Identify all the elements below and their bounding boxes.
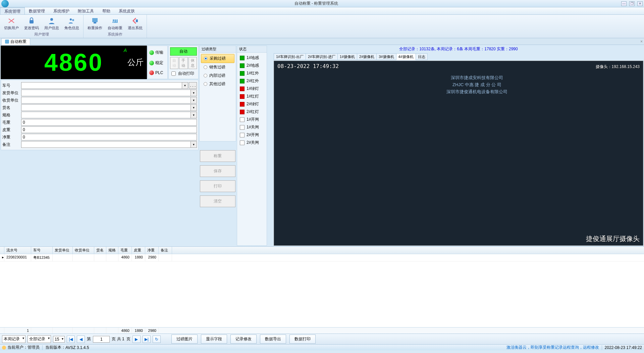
tb-数据打印[interactable]: 数据打印 (289, 335, 316, 344)
tb-过磅图片[interactable]: 过磅图片 (171, 335, 198, 344)
dropdown-sender[interactable]: ▼ (191, 90, 197, 96)
maximize-button[interactable]: ❐ (629, 1, 635, 6)
minimize-button[interactable]: — (621, 1, 627, 6)
radio-内部过磅[interactable]: 内部过磅 (201, 71, 234, 80)
dropdown-goods[interactable]: ▼ (191, 104, 197, 111)
svg-text:AUTO: AUTO (111, 18, 119, 23)
dropdown-car[interactable]: ▼ (182, 82, 188, 89)
refresh-button[interactable]: ↻ (153, 336, 161, 343)
input-gross[interactable]: 0 (21, 119, 197, 126)
ribbon: 切换用户更改密码用户信息角色信息 用户管理 称重操作AUTO自动称重退出系统 系… (0, 15, 644, 38)
col-车号[interactable]: 车号 (31, 247, 53, 254)
svg-rect-0 (30, 20, 34, 23)
prev-page-button[interactable]: ◀ (77, 336, 85, 343)
input-car[interactable] (21, 82, 182, 89)
dropdown-remark[interactable]: ▼ (191, 141, 197, 148)
user-icon (2, 346, 6, 350)
mode-btn-自动[interactable]: 自动 (170, 57, 178, 69)
cam-tab-6[interactable]: 日志 (416, 53, 428, 60)
cam-tab-3[interactable]: 2#摄像机 (357, 53, 377, 60)
menu-2[interactable]: 系统维护 (49, 7, 74, 14)
col-货名[interactable]: 货名 (94, 247, 106, 254)
tab-close-button[interactable]: × (639, 39, 644, 44)
tab-icon (5, 40, 9, 44)
ribbon-更改密码[interactable]: 更改密码 (21, 15, 42, 32)
menu-4[interactable]: 帮助 (98, 7, 115, 14)
action-保存[interactable]: 保存 (200, 165, 235, 177)
action-称重[interactable]: 称重 (200, 150, 235, 162)
led-PLC (149, 70, 154, 75)
weight-indicator: A (124, 48, 127, 53)
col-皮重[interactable]: 皮重 (132, 247, 145, 254)
mode-auto-indicator: 自动 (170, 47, 197, 56)
autoprint-checkbox[interactable]: 自动打印 (170, 70, 197, 77)
led-panel: 传输稳定PLC (148, 46, 168, 79)
input-goods[interactable] (21, 104, 191, 111)
lookup-car[interactable]: . . . (189, 82, 197, 89)
tb-记录修改[interactable]: 记录修改 (230, 335, 257, 344)
next-page-button[interactable]: ▶ (132, 336, 141, 343)
radio-其他过磅[interactable]: 其他过磅 (201, 80, 234, 88)
period-select[interactable]: 本周记录 (2, 335, 25, 343)
radio-采购过磅[interactable]: 采购过磅 (201, 54, 234, 63)
ribbon-退出系统[interactable]: 退出系统 (125, 15, 145, 32)
first-page-button[interactable]: |◀ (67, 336, 75, 343)
input-tare[interactable]: 0 (21, 126, 197, 133)
input-net[interactable]: 0 (21, 134, 197, 140)
cam-tab-4[interactable]: 3#摄像机 (376, 53, 396, 60)
col-收货单位[interactable]: 收货单位 (73, 247, 94, 254)
action-清空[interactable]: 清空 (200, 195, 235, 207)
ribbon-角色信息[interactable]: 角色信息 (62, 15, 82, 32)
status-message: 激活衡器云，即刻享受称重记录远程查询，远程修改 (506, 345, 599, 350)
mode-btn-休息[interactable]: 休息 (189, 57, 197, 69)
records-grid: 流水号车号发货单位收货单位货名规格毛重皮重净重备注 ▸2208230001粤B1… (0, 246, 644, 334)
col-发货单位[interactable]: 发货单位 (53, 247, 73, 254)
menu-1[interactable]: 数据管理 (25, 7, 49, 14)
dropdown-spec[interactable]: ▼ (191, 112, 197, 118)
col-规格[interactable]: 规格 (106, 247, 118, 254)
weight-display: A 4860 公斤 (1, 46, 147, 79)
close-button[interactable]: ✕ (637, 1, 643, 6)
status-1#地感 (240, 56, 245, 60)
cam-tab-2[interactable]: 1#摄像机 (337, 53, 357, 60)
tb-数据导出[interactable]: 数据导出 (260, 335, 286, 344)
ribbon-用户信息[interactable]: 用户信息 (42, 15, 62, 32)
ribbon-称重操作[interactable]: 称重操作 (85, 15, 105, 32)
scope-select[interactable]: 全部记录 (28, 335, 51, 343)
col-净重[interactable]: 净重 (145, 247, 159, 254)
col-毛重[interactable]: 毛重 (118, 247, 132, 254)
pagesize-select[interactable]: 15 (53, 336, 65, 343)
tab-auto-weigh[interactable]: 自动称重 (1, 38, 30, 45)
input-receiver[interactable] (21, 97, 191, 104)
input-remark[interactable] (21, 141, 191, 148)
status-datetime: 2022-08-23 17:49:22 (605, 345, 642, 350)
col-备注[interactable]: 备注 (159, 247, 172, 254)
menu-0[interactable]: 系统管理 (0, 7, 25, 14)
input-spec[interactable] (21, 112, 191, 118)
weigh-type-panel: 过磅类型 采购过磅销售过磅内部过磅其他过磅 (199, 46, 236, 141)
svg-rect-4 (92, 18, 98, 22)
menu-5[interactable]: 系统皮肤 (115, 7, 139, 14)
radio-销售过磅[interactable]: 销售过磅 (201, 63, 234, 71)
last-page-button[interactable]: ▶| (143, 336, 151, 343)
status-panel: 状态 1#地感2#地感1#红外2#红外1#绿灯1#红灯2#绿灯2#红灯1#开闸1… (237, 46, 267, 246)
status-1#绿灯 (240, 86, 245, 91)
tb-显示字段[interactable]: 显示字段 (201, 335, 227, 344)
ribbon-切换用户[interactable]: 切换用户 (1, 15, 21, 32)
action-打印[interactable]: 打印 (200, 180, 235, 192)
ribbon-自动称重[interactable]: AUTO自动称重 (105, 15, 125, 32)
cam-tab-0[interactable]: 1#车牌识别-出厂 (274, 53, 306, 60)
summary-bar: 全部记录：10132条, 本周记录：6条 本周毛重：17820 实重：2990 (274, 46, 643, 53)
led-稳定 (149, 61, 154, 65)
cam-tab-1[interactable]: 2#车牌识别-进厂 (306, 53, 338, 60)
dropdown-receiver[interactable]: ▼ (191, 97, 197, 104)
input-sender[interactable] (21, 90, 191, 96)
menu-3[interactable]: 附加工具 (74, 7, 98, 14)
page-input[interactable] (93, 336, 110, 343)
cam-tab-5[interactable]: 4#摄像机 (396, 53, 416, 60)
mode-btn-手动[interactable]: 手动 (179, 57, 187, 69)
svg-point-1 (50, 18, 53, 21)
document-tabs: 自动称重 × (0, 38, 644, 45)
app-logo (1, 0, 9, 7)
col-流水号[interactable]: 流水号 (4, 247, 31, 254)
